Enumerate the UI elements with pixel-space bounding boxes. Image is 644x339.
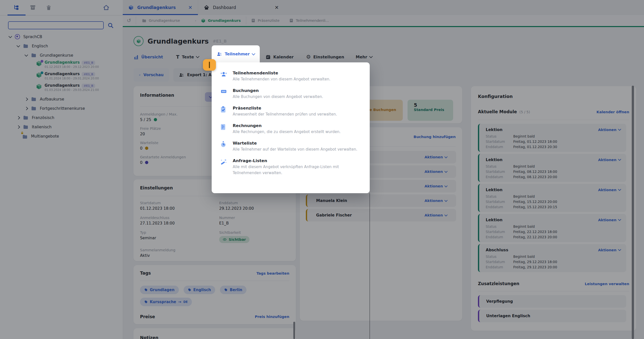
clipboard-check-icon (220, 105, 228, 117)
menu-item-praesenzliste[interactable]: PräsenzlisteAnwesenheit der Teilnehmende… (220, 105, 360, 117)
menu-item-teilnehmendenliste[interactable]: TeilnehmendenlisteAlle Teilnehmenden von… (220, 70, 360, 82)
people-icon (217, 51, 222, 57)
people-icon (220, 70, 228, 82)
ticket-icon (220, 87, 228, 100)
tab-teilnehmer-spotlight[interactable]: Teilnehmer (212, 45, 260, 63)
tutorial-cursor-badge (203, 59, 216, 71)
menu-item-warteliste[interactable]: WartelisteAlle Teilnehmer auf der Wartel… (220, 140, 360, 152)
magic-wand-icon (220, 158, 228, 176)
app-window: SprachCB Englisch Grundlagenkurse Grundl… (0, 0, 644, 339)
invoice-icon (220, 123, 228, 135)
spotlight-guide-line (369, 193, 370, 339)
chevron-down-icon (252, 52, 255, 55)
menu-item-anfrage-listen[interactable]: Anfrage-ListenAlle mit diesem Angebot ve… (220, 158, 360, 176)
teilnehmer-dropdown-menu: TeilnehmendenlisteAlle Teilnehmenden von… (212, 62, 370, 193)
stopwatch-icon (220, 140, 228, 152)
menu-item-buchungen[interactable]: BuchungenAlle Buchungen von diesem Angeb… (220, 87, 360, 100)
menu-item-rechnungen[interactable]: RechnungenAlle Rechnungen, die zu diesem… (220, 123, 360, 135)
